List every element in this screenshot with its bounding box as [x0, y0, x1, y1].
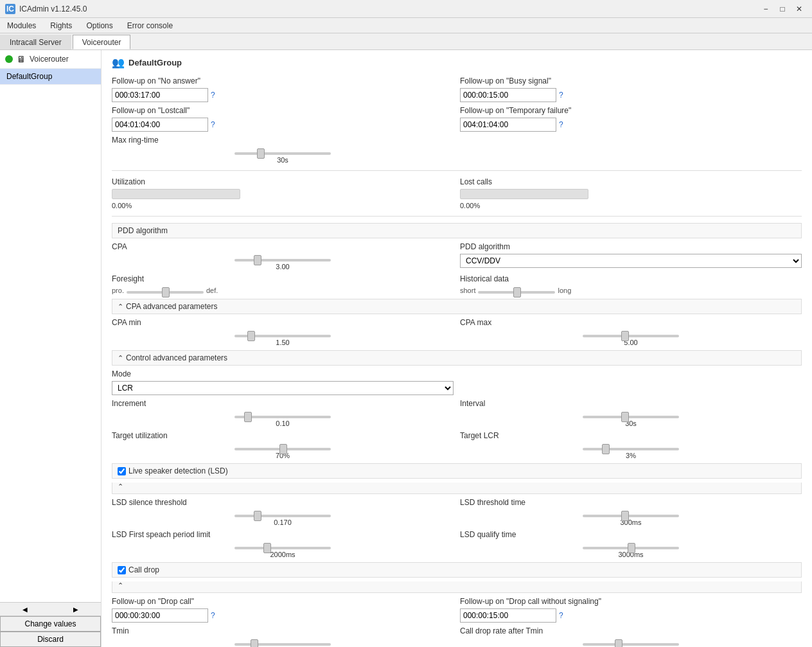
change-values-button[interactable]: Change values [0, 616, 101, 632]
followup-no-answer-input[interactable] [112, 88, 208, 102]
target-lcr-track [583, 448, 679, 450]
cpa-advanced-chevron-icon[interactable]: ⌃ [118, 303, 123, 311]
followup-no-answer-help[interactable]: ? [211, 91, 215, 100]
historical-left-label: short [460, 287, 475, 294]
max-ring-time-value: 30s [277, 156, 288, 164]
foresight-left-label: pro. [112, 287, 124, 294]
historical-right-label: long [558, 287, 571, 294]
pdd-algorithm-select[interactable]: CCV/DDV [460, 254, 802, 268]
mode-row: Mode LCR [112, 369, 802, 395]
menu-item-modules[interactable]: Modules [0, 18, 43, 33]
minimize-button[interactable]: − [758, 3, 773, 15]
close-button[interactable]: ✕ [791, 3, 807, 15]
cpa-min-thumb[interactable] [247, 331, 255, 341]
utilization-col: Utilization 0.00% [112, 177, 454, 209]
cpa-advanced-header: ⌃ CPA advanced parameters [112, 299, 802, 314]
lsd-threshold-row: LSD silence threshold 0.170 LSD threshol… [112, 498, 802, 526]
followup-lostcall-field-row: ? [112, 118, 454, 132]
lsd-threshold-time-label: LSD threshold time [460, 498, 802, 507]
followup-temp-failure-help[interactable]: ? [559, 120, 563, 129]
increment-interval-row: Increment 0.10 Interval 30s [112, 399, 802, 427]
followup-drop-no-signal-help[interactable]: ? [559, 611, 563, 620]
target-lcr-thumb[interactable] [602, 444, 610, 454]
followup-drop-call-help[interactable]: ? [211, 611, 215, 620]
max-ring-time-label: Max ring-time [112, 136, 454, 145]
tab-intracall-server[interactable]: Intracall Server [0, 35, 71, 49]
followup-busy-signal-help[interactable]: ? [559, 91, 563, 100]
lsd-first-speech-slider-container: 2000ms [112, 542, 454, 558]
cpa-max-thumb[interactable] [621, 331, 629, 341]
lsd-silence-value: 0.170 [274, 518, 292, 526]
scroll-left-button[interactable]: ◀ [0, 603, 51, 616]
interval-label: Interval [460, 399, 802, 408]
maximize-button[interactable]: □ [775, 3, 790, 15]
group-title: DefaultGroup [128, 58, 182, 67]
interval-thumb[interactable] [621, 412, 629, 422]
cpa-min-col: CPA min 1.50 [112, 318, 454, 346]
tmin-label: Tmin [112, 626, 454, 635]
call-drop-rate-label: Call drop rate after Tmin [460, 626, 802, 635]
lsd-first-speech-track [234, 547, 331, 549]
cpa-label: CPA [112, 242, 454, 251]
call-drop-rate-thumb[interactable] [615, 639, 622, 647]
discard-button[interactable]: Discard [0, 632, 101, 647]
lsd-chevron-icon[interactable]: ⌃ [118, 483, 123, 491]
historical-data-col: Historical data short long [460, 274, 802, 295]
control-advanced-chevron-icon[interactable]: ⌃ [118, 354, 123, 362]
increment-thumb[interactable] [244, 412, 252, 422]
followup-temp-failure-input[interactable] [460, 118, 556, 132]
call-drop-chevron-icon[interactable]: ⌃ [118, 581, 123, 590]
scroll-right-button[interactable]: ▶ [51, 603, 102, 616]
lsd-label: Live speaker detection (LSD) [128, 466, 228, 475]
title-bar: IC ICAdmin v1.12.45.0 − □ ✕ [0, 0, 812, 18]
sidebar-item-defaultgroup[interactable]: DefaultGroup [0, 69, 101, 85]
followup-lostcall-input[interactable] [112, 118, 208, 132]
sidebar-scroll: ◀ ▶ [0, 603, 101, 616]
menu-item-options[interactable]: Options [79, 18, 119, 33]
tab-voicerouter[interactable]: Voicerouter [73, 35, 131, 49]
mode-select[interactable]: LCR [112, 381, 454, 395]
historical-thumb[interactable] [513, 287, 521, 297]
followup-drop-no-signal-field-row: ? [460, 608, 802, 623]
menu-bar: Modules Rights Options Error console [0, 18, 812, 33]
followup-no-answer-field-row: ? [112, 88, 454, 102]
pdd-alg-col: PDD algorithm CCV/DDV [460, 242, 802, 268]
window-controls: − □ ✕ [758, 3, 807, 15]
content-area: 👥 DefaultGroup Follow-up on "No answer" … [102, 50, 812, 647]
lsd-threshold-time-thumb[interactable] [621, 511, 629, 521]
tabs-bar: Intracall Server Voicerouter [0, 33, 812, 50]
lsd-checkbox[interactable] [118, 467, 126, 475]
lsd-silence-thumb[interactable] [254, 511, 261, 521]
cpa-max-label: CPA max [460, 318, 802, 327]
followup-lostcall-help[interactable]: ? [211, 120, 215, 129]
call-drop-checkbox[interactable] [118, 566, 126, 574]
title-bar-left: IC ICAdmin v1.12.45.0 [5, 4, 87, 14]
followup-no-answer-col: Follow-up on "No answer" ? [112, 76, 454, 102]
target-lcr-col: Target LCR 3% [460, 431, 802, 459]
cpa-thumb[interactable] [254, 255, 261, 265]
increment-col: Increment 0.10 [112, 399, 454, 427]
foresight-historical-row: Foresight pro. def. Historical data shor… [112, 274, 802, 295]
followup-drop-call-input[interactable] [112, 608, 208, 623]
followup-drop-no-signal-input[interactable] [460, 608, 556, 623]
target-util-thumb[interactable] [279, 444, 287, 454]
lsd-first-speech-thumb[interactable] [263, 543, 271, 553]
lsd-section-header: Live speaker detection (LSD) [112, 463, 802, 479]
followup-no-answer-label: Follow-up on "No answer" [112, 76, 454, 85]
followup-busy-signal-input[interactable] [460, 88, 556, 102]
lsd-silence-col: LSD silence threshold 0.170 [112, 498, 454, 526]
cpa-min-slider-container: 1.50 [112, 330, 454, 346]
max-ring-time-thumb[interactable] [257, 148, 265, 159]
lsd-qualify-time-thumb[interactable] [628, 543, 635, 553]
lsd-qualify-time-label: LSD qualify time [460, 530, 802, 539]
menu-item-error-console[interactable]: Error console [120, 18, 180, 33]
lsd-first-speech-col: LSD First speach period limit 2000ms [112, 530, 454, 558]
tmin-slider-container: 10s [112, 638, 454, 647]
utilization-progress-bar [112, 189, 240, 199]
tmin-thumb[interactable] [251, 639, 258, 647]
foresight-thumb[interactable] [162, 287, 170, 297]
interval-slider-container: 30s [460, 411, 802, 427]
menu-item-rights[interactable]: Rights [43, 18, 79, 33]
foresight-right-label: def. [206, 287, 218, 294]
main-area: 🖥 Voicerouter DefaultGroup ◀ ▶ Change va… [0, 50, 812, 647]
